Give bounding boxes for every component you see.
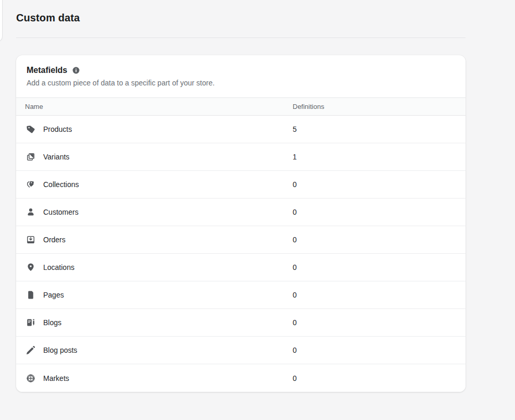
location-icon	[26, 262, 36, 273]
collections-icon	[26, 179, 36, 190]
definitions-count: 0	[293, 318, 466, 327]
row-label: Blog posts	[43, 346, 77, 354]
row-label: Locations	[43, 263, 74, 271]
info-icon[interactable]	[72, 66, 80, 75]
table-row[interactable]: Blog posts 0	[16, 337, 466, 364]
definitions-count: 0	[293, 291, 466, 299]
row-label: Products	[43, 125, 72, 133]
column-header-definitions: Definitions	[293, 103, 466, 110]
row-label: Blogs	[43, 318, 61, 327]
definitions-count: 0	[293, 263, 466, 271]
table-row[interactable]: Customers 0	[16, 199, 466, 226]
metafields-table-body: Products 5 Variants 1 Collections 0 Cust…	[16, 116, 466, 392]
metafields-card-header: Metafields Add a custom piece of data to…	[16, 55, 466, 97]
blog-icon	[26, 317, 36, 328]
row-label: Collections	[43, 180, 79, 189]
table-row[interactable]: Collections 0	[16, 171, 466, 199]
tag-icon	[26, 124, 36, 134]
definitions-count: 0	[293, 208, 466, 216]
column-header-name: Name	[16, 103, 293, 110]
metafields-title: Metafields	[27, 66, 67, 75]
clipped-panel-edge	[0, 0, 3, 42]
metafields-description: Add a custom piece of data to a specific…	[27, 79, 455, 88]
row-label: Markets	[43, 374, 69, 382]
page-header: Custom data	[0, 0, 515, 23]
definitions-count: 5	[293, 125, 466, 133]
row-label: Customers	[43, 208, 79, 216]
header-divider	[16, 38, 466, 38]
table-row[interactable]: Locations 0	[16, 254, 466, 281]
table-row[interactable]: Blogs 0	[16, 309, 466, 337]
blog-post-icon	[26, 345, 36, 355]
orders-icon	[26, 234, 36, 245]
row-label: Variants	[43, 153, 69, 161]
definitions-count: 0	[293, 180, 466, 189]
markets-icon	[26, 373, 36, 384]
table-row[interactable]: Pages 0	[16, 281, 466, 309]
row-label: Orders	[43, 236, 66, 244]
table-row[interactable]: Products 5	[16, 116, 466, 143]
definitions-count: 0	[293, 374, 466, 382]
row-label: Pages	[43, 291, 64, 299]
definitions-count: 0	[293, 346, 466, 354]
table-row[interactable]: Variants 1	[16, 143, 466, 171]
definitions-count: 1	[293, 153, 466, 161]
page-title: Custom data	[16, 12, 466, 23]
definitions-count: 0	[293, 236, 466, 244]
page-icon	[26, 290, 36, 300]
table-row[interactable]: Orders 0	[16, 226, 466, 254]
customer-icon	[26, 207, 36, 217]
table-row[interactable]: Markets 0	[16, 364, 466, 392]
variant-icon	[26, 152, 36, 162]
table-header: Name Definitions	[16, 97, 466, 116]
metafields-card: Metafields Add a custom piece of data to…	[16, 55, 466, 392]
